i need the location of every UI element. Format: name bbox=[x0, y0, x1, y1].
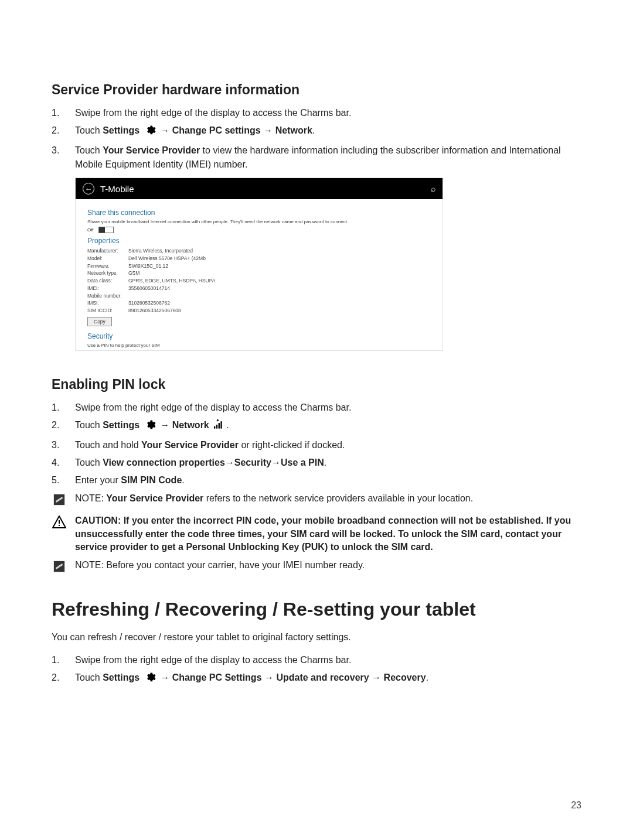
page-number: 23 bbox=[571, 800, 581, 811]
step-item: 5. Enter your SIM PIN Code. bbox=[52, 473, 581, 487]
svg-rect-3 bbox=[221, 421, 222, 428]
heading-refreshing: Refreshing / Recovering / Re-setting you… bbox=[52, 599, 581, 620]
table-row: IMSI:310260532506762 bbox=[87, 299, 431, 307]
note-icon bbox=[53, 493, 66, 510]
step-text: Enter your SIM PIN Code. bbox=[75, 473, 581, 487]
step-text: Touch View connection properties→Securit… bbox=[75, 456, 581, 470]
table-row: Network type:GSM bbox=[87, 269, 431, 277]
svg-rect-2 bbox=[219, 423, 220, 429]
table-row: Data class:GPRS, EDGE, UMTS, HSDPA, HSUP… bbox=[87, 277, 431, 285]
steps-list-3: 1. Swipe from the right edge of the disp… bbox=[52, 653, 581, 687]
gear-icon bbox=[144, 124, 156, 140]
step-text: Swipe from the right edge of the display… bbox=[75, 401, 581, 415]
note-block: NOTE: Your Service Provider refers to th… bbox=[52, 492, 581, 510]
share-description: Share your mobile broadband Internet con… bbox=[87, 219, 431, 224]
intro-text: You can refresh / recover / restore your… bbox=[52, 632, 581, 643]
share-heading: Share this connection bbox=[87, 209, 431, 217]
note-block: NOTE: Before you contact your carrier, h… bbox=[52, 559, 581, 576]
step-item: 1. Swipe from the right edge of the disp… bbox=[52, 106, 581, 120]
step-number: 2. bbox=[52, 124, 75, 140]
toggle-label: Off bbox=[87, 227, 94, 233]
table-row: SIM ICCID:8901260533425067608 bbox=[87, 307, 431, 315]
steps-list-1: 1. Swipe from the right edge of the disp… bbox=[52, 106, 581, 172]
properties-table: Manufacturer:Sierra Wireless, Incorporat… bbox=[87, 247, 431, 315]
table-row: Manufacturer:Sierra Wireless, Incorporat… bbox=[87, 247, 431, 255]
gear-icon bbox=[144, 671, 156, 687]
step-item: 3. Touch Your Service Provider to view t… bbox=[52, 144, 581, 172]
step-number: 1. bbox=[52, 653, 75, 667]
step-number: 2. bbox=[52, 671, 75, 687]
signal-bars-icon bbox=[213, 419, 224, 433]
step-text: Touch Settings → Change PC settings → Ne… bbox=[75, 124, 581, 140]
step-number: 1. bbox=[52, 106, 75, 120]
gear-icon bbox=[144, 419, 156, 435]
step-item: 3. Touch and hold Your Service Provider … bbox=[52, 438, 581, 452]
caution-block: CAUTION: If you enter the incorrect PIN … bbox=[52, 514, 581, 554]
steps-list-2: 1. Swipe from the right edge of the disp… bbox=[52, 401, 581, 487]
step-text: Touch Your Service Provider to view the … bbox=[75, 144, 581, 172]
step-number: 4. bbox=[52, 456, 75, 470]
note-label: NOTE: bbox=[75, 493, 106, 503]
screenshot-tmobile-properties: ← T-Mobile ⌕ Share this connection Share… bbox=[75, 177, 443, 351]
caution-text: CAUTION: If you enter the incorrect PIN … bbox=[75, 514, 581, 554]
section-heading-enabling-pin: Enabling PIN lock bbox=[52, 377, 581, 392]
table-row: IMEI:355606050014714 bbox=[87, 285, 431, 292]
step-text: Swipe from the right edge of the display… bbox=[75, 106, 581, 120]
step-item: 2. Touch Settings → Change PC settings →… bbox=[52, 124, 581, 140]
step-text: Swipe from the right edge of the display… bbox=[75, 653, 581, 667]
step-item: 1. Swipe from the right edge of the disp… bbox=[52, 401, 581, 415]
screenshot-title: T-Mobile bbox=[100, 184, 134, 194]
step-item: 1. Swipe from the right edge of the disp… bbox=[52, 653, 581, 667]
note-label: NOTE: bbox=[75, 560, 104, 570]
copy-button[interactable]: Copy bbox=[87, 317, 112, 326]
step-text: Touch and hold Your Service Provider or … bbox=[75, 438, 581, 452]
share-toggle[interactable] bbox=[98, 227, 114, 233]
svg-rect-6 bbox=[59, 525, 60, 526]
svg-rect-5 bbox=[59, 520, 60, 524]
caution-icon bbox=[52, 515, 66, 532]
step-number: 1. bbox=[52, 401, 75, 415]
table-row: Model:Dell Wireless 5570e HSPA+ (42Mb bbox=[87, 255, 431, 262]
step-text: Touch Settings → Network . bbox=[75, 418, 581, 435]
note-icon bbox=[53, 560, 66, 576]
back-icon[interactable]: ← bbox=[83, 183, 94, 194]
search-icon[interactable]: ⌕ bbox=[431, 184, 435, 193]
step-item: 4. Touch View connection properties→Secu… bbox=[52, 456, 581, 470]
step-number: 3. bbox=[52, 438, 75, 452]
properties-heading: Properties bbox=[87, 237, 431, 245]
table-row: Mobile number: bbox=[87, 292, 431, 300]
step-number: 5. bbox=[52, 473, 75, 487]
step-number: 2. bbox=[52, 418, 75, 435]
step-item: 2. Touch Settings → Change PC Settings →… bbox=[52, 671, 581, 687]
table-row: Firmware:SWI9X15C_01.12 bbox=[87, 262, 431, 270]
step-number: 3. bbox=[52, 144, 75, 172]
section-heading-service-provider: Service Provider hardware information bbox=[52, 82, 581, 98]
step-item: 2. Touch Settings → Network . bbox=[52, 418, 581, 435]
step-text: Touch Settings → Change PC Settings → Up… bbox=[75, 671, 581, 687]
svg-rect-0 bbox=[214, 426, 215, 429]
use-pin-button[interactable]: Use a PIN bbox=[87, 350, 123, 351]
security-description: Use a PIN to help protect your SIM bbox=[87, 343, 431, 348]
screenshot-header: ← T-Mobile ⌕ bbox=[76, 178, 443, 199]
security-heading: Security bbox=[87, 332, 431, 340]
svg-rect-1 bbox=[216, 425, 217, 429]
